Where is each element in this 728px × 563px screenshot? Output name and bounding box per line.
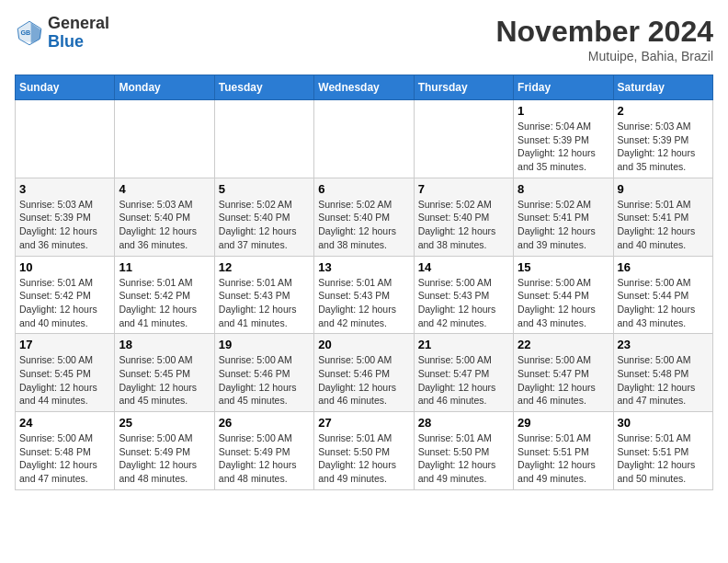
day-number: 21	[418, 338, 509, 351]
calendar-cell: 25Sunrise: 5:00 AMSunset: 5:49 PMDayligh…	[115, 412, 214, 490]
calendar-cell	[414, 100, 513, 178]
day-info: Sunrise: 5:00 AMSunset: 5:43 PMDaylight:…	[418, 276, 509, 330]
day-info: Sunrise: 5:02 AMSunset: 5:40 PMDaylight:…	[318, 198, 409, 252]
day-number: 16	[618, 260, 709, 274]
calendar-cell: 20Sunrise: 5:00 AMSunset: 5:46 PMDayligh…	[314, 334, 414, 412]
calendar-cell: 30Sunrise: 5:01 AMSunset: 5:51 PMDayligh…	[613, 412, 712, 490]
day-of-week-header: Thursday	[414, 75, 513, 100]
day-info: Sunrise: 5:00 AMSunset: 5:46 PMDaylight:…	[318, 353, 409, 408]
calendar-cell: 1Sunrise: 5:04 AMSunset: 5:39 PMDaylight…	[514, 100, 613, 178]
page-header: GB General Blue November 2024 Mutuipe, B…	[15, 15, 713, 63]
calendar-cell: 2Sunrise: 5:03 AMSunset: 5:39 PMDaylight…	[613, 100, 712, 178]
calendar-cell: 11Sunrise: 5:01 AMSunset: 5:42 PMDayligh…	[115, 256, 214, 334]
calendar-cell: 10Sunrise: 5:01 AMSunset: 5:42 PMDayligh…	[16, 256, 115, 334]
day-info: Sunrise: 5:01 AMSunset: 5:42 PMDaylight:…	[19, 276, 110, 330]
calendar-cell: 27Sunrise: 5:01 AMSunset: 5:50 PMDayligh…	[314, 412, 414, 490]
day-info: Sunrise: 5:01 AMSunset: 5:41 PMDaylight:…	[618, 198, 709, 252]
calendar-cell: 3Sunrise: 5:03 AMSunset: 5:39 PMDaylight…	[16, 178, 115, 256]
calendar-cell: 23Sunrise: 5:00 AMSunset: 5:48 PMDayligh…	[613, 334, 712, 412]
day-number: 19	[219, 338, 310, 351]
day-number: 29	[518, 416, 609, 430]
calendar-cell: 21Sunrise: 5:00 AMSunset: 5:47 PMDayligh…	[414, 334, 513, 412]
logo: GB General Blue	[15, 15, 109, 52]
calendar-table: SundayMondayTuesdayWednesdayThursdayFrid…	[15, 75, 713, 490]
day-number: 8	[518, 182, 609, 196]
day-number: 18	[119, 338, 210, 351]
day-info: Sunrise: 5:02 AMSunset: 5:40 PMDaylight:…	[418, 198, 509, 252]
day-number: 1	[518, 104, 609, 118]
day-number: 30	[618, 416, 709, 430]
day-info: Sunrise: 5:00 AMSunset: 5:45 PMDaylight:…	[119, 353, 210, 408]
day-number: 2	[618, 104, 709, 118]
title-block: November 2024 Mutuipe, Bahia, Brazil	[495, 15, 713, 63]
day-info: Sunrise: 5:01 AMSunset: 5:50 PMDaylight:…	[318, 431, 409, 486]
day-number: 7	[418, 182, 509, 196]
calendar-cell: 22Sunrise: 5:00 AMSunset: 5:47 PMDayligh…	[514, 334, 613, 412]
calendar-cell: 24Sunrise: 5:00 AMSunset: 5:48 PMDayligh…	[16, 412, 115, 490]
calendar-cell	[115, 100, 214, 178]
day-info: Sunrise: 5:02 AMSunset: 5:40 PMDaylight:…	[219, 198, 310, 252]
day-number: 22	[518, 338, 609, 351]
day-number: 28	[418, 416, 509, 430]
day-of-week-header: Saturday	[613, 75, 712, 100]
calendar-cell: 26Sunrise: 5:00 AMSunset: 5:49 PMDayligh…	[214, 412, 313, 490]
day-info: Sunrise: 5:00 AMSunset: 5:46 PMDaylight:…	[219, 353, 310, 408]
day-number: 9	[618, 182, 709, 196]
calendar-cell: 18Sunrise: 5:00 AMSunset: 5:45 PMDayligh…	[115, 334, 214, 412]
day-info: Sunrise: 5:00 AMSunset: 5:49 PMDaylight:…	[119, 431, 210, 486]
calendar-cell: 28Sunrise: 5:01 AMSunset: 5:50 PMDayligh…	[414, 412, 513, 490]
day-info: Sunrise: 5:03 AMSunset: 5:39 PMDaylight:…	[618, 120, 709, 174]
calendar-week-row: 17Sunrise: 5:00 AMSunset: 5:45 PMDayligh…	[16, 334, 713, 412]
calendar-cell	[214, 100, 313, 178]
day-of-week-header: Tuesday	[214, 75, 313, 100]
day-info: Sunrise: 5:01 AMSunset: 5:51 PMDaylight:…	[518, 431, 609, 486]
calendar-cell: 5Sunrise: 5:02 AMSunset: 5:40 PMDaylight…	[214, 178, 313, 256]
day-info: Sunrise: 5:00 AMSunset: 5:49 PMDaylight:…	[219, 431, 310, 486]
day-info: Sunrise: 5:03 AMSunset: 5:40 PMDaylight:…	[119, 198, 210, 252]
calendar-cell: 4Sunrise: 5:03 AMSunset: 5:40 PMDaylight…	[115, 178, 214, 256]
day-info: Sunrise: 5:04 AMSunset: 5:39 PMDaylight:…	[518, 120, 609, 174]
calendar-cell	[314, 100, 414, 178]
calendar-cell: 29Sunrise: 5:01 AMSunset: 5:51 PMDayligh…	[514, 412, 613, 490]
calendar-week-row: 3Sunrise: 5:03 AMSunset: 5:39 PMDaylight…	[16, 178, 713, 256]
logo-blue: Blue	[48, 32, 84, 51]
day-number: 17	[19, 338, 110, 351]
day-info: Sunrise: 5:03 AMSunset: 5:39 PMDaylight:…	[19, 198, 110, 252]
day-of-week-header: Monday	[115, 75, 214, 100]
calendar-cell: 16Sunrise: 5:00 AMSunset: 5:44 PMDayligh…	[613, 256, 712, 334]
day-info: Sunrise: 5:01 AMSunset: 5:43 PMDaylight:…	[318, 276, 409, 330]
day-number: 14	[418, 260, 509, 274]
day-number: 13	[318, 260, 409, 274]
logo-text: General Blue	[48, 15, 109, 52]
logo-icon: GB	[15, 18, 44, 48]
calendar-cell: 7Sunrise: 5:02 AMSunset: 5:40 PMDaylight…	[414, 178, 513, 256]
logo-general: General	[48, 14, 109, 32]
day-number: 27	[318, 416, 409, 430]
day-info: Sunrise: 5:00 AMSunset: 5:48 PMDaylight:…	[19, 431, 110, 486]
day-number: 11	[119, 260, 210, 274]
day-number: 12	[219, 260, 310, 274]
calendar-body: 1Sunrise: 5:04 AMSunset: 5:39 PMDaylight…	[16, 100, 713, 490]
day-info: Sunrise: 5:00 AMSunset: 5:47 PMDaylight:…	[518, 353, 609, 408]
day-info: Sunrise: 5:01 AMSunset: 5:50 PMDaylight:…	[418, 431, 509, 486]
calendar-cell: 14Sunrise: 5:00 AMSunset: 5:43 PMDayligh…	[414, 256, 513, 334]
day-number: 5	[219, 182, 310, 196]
calendar-cell: 19Sunrise: 5:00 AMSunset: 5:46 PMDayligh…	[214, 334, 313, 412]
calendar-cell: 6Sunrise: 5:02 AMSunset: 5:40 PMDaylight…	[314, 178, 414, 256]
calendar-week-row: 10Sunrise: 5:01 AMSunset: 5:42 PMDayligh…	[16, 256, 713, 334]
calendar-cell: 12Sunrise: 5:01 AMSunset: 5:43 PMDayligh…	[214, 256, 313, 334]
svg-text:GB: GB	[20, 28, 30, 36]
day-info: Sunrise: 5:01 AMSunset: 5:51 PMDaylight:…	[618, 431, 709, 486]
calendar-cell: 9Sunrise: 5:01 AMSunset: 5:41 PMDaylight…	[613, 178, 712, 256]
day-of-week-header: Friday	[514, 75, 613, 100]
calendar-header-row: SundayMondayTuesdayWednesdayThursdayFrid…	[16, 75, 713, 100]
day-info: Sunrise: 5:01 AMSunset: 5:43 PMDaylight:…	[219, 276, 310, 330]
day-number: 3	[19, 182, 110, 196]
day-number: 23	[618, 338, 709, 351]
day-number: 24	[19, 416, 110, 430]
day-info: Sunrise: 5:00 AMSunset: 5:44 PMDaylight:…	[518, 276, 609, 330]
day-info: Sunrise: 5:00 AMSunset: 5:47 PMDaylight:…	[418, 353, 509, 408]
calendar-cell: 15Sunrise: 5:00 AMSunset: 5:44 PMDayligh…	[514, 256, 613, 334]
day-of-week-header: Sunday	[16, 75, 115, 100]
calendar-cell: 17Sunrise: 5:00 AMSunset: 5:45 PMDayligh…	[16, 334, 115, 412]
